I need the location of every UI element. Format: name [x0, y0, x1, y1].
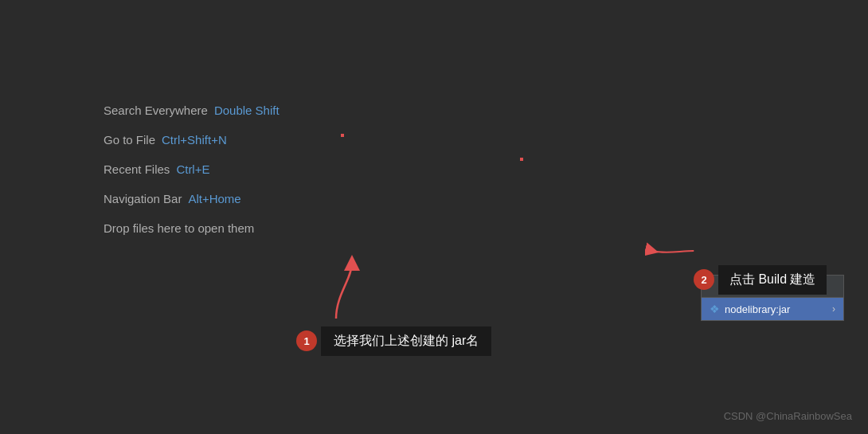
- jar-icon: ❖: [710, 303, 720, 315]
- recent-files-shortcut: Ctrl+E: [176, 162, 209, 176]
- arrow-2: [645, 223, 701, 279]
- watermark: CSDN @ChinaRainbowSea: [724, 410, 852, 422]
- recent-files-row: Recent Files Ctrl+E: [104, 162, 280, 176]
- artifact-popup-border: Build Artifact ❖ nodelibrary:jar ›: [341, 134, 344, 137]
- artifact-item[interactable]: ❖ nodelibrary:jar ›: [702, 298, 843, 320]
- go-to-file-row: Go to File Ctrl+Shift+N: [104, 133, 280, 147]
- navigation-bar-label: Navigation Bar: [104, 192, 182, 205]
- left-panel: Search Everywhere Double Shift Go to Fil…: [104, 104, 280, 235]
- search-everywhere-shortcut: Double Shift: [214, 104, 280, 117]
- chevron-right-icon: ›: [832, 303, 835, 315]
- search-everywhere-label: Search Everywhere: [104, 104, 208, 117]
- drop-files-hint: Drop files here to open them: [104, 221, 280, 235]
- annotation-2-number: 2: [701, 274, 706, 286]
- tooltip-label-2: 点击 Build 建造: [718, 265, 827, 295]
- navigation-bar-shortcut: Alt+Home: [188, 192, 240, 205]
- go-to-file-label: Go to File: [104, 133, 155, 147]
- tooltip-label-1: 选择我们上述创建的 jar名: [321, 326, 491, 356]
- arrow-1: [304, 255, 368, 326]
- annotation-1-circle: 1: [296, 330, 317, 351]
- go-to-file-shortcut: Ctrl+Shift+N: [162, 133, 227, 147]
- artifact-name: nodelibrary:jar: [725, 303, 790, 315]
- navigation-bar-row: Navigation Bar Alt+Home: [104, 192, 280, 205]
- annotation-1-number: 1: [303, 335, 309, 347]
- search-everywhere-row: Search Everywhere Double Shift: [104, 104, 280, 117]
- recent-files-label: Recent Files: [104, 162, 170, 176]
- annotation-2-circle: 2: [694, 269, 714, 290]
- action-menu-border: Action Build Rebuild Clean Edit...: [520, 158, 523, 161]
- artifact-item-left: ❖ nodelibrary:jar: [710, 303, 790, 315]
